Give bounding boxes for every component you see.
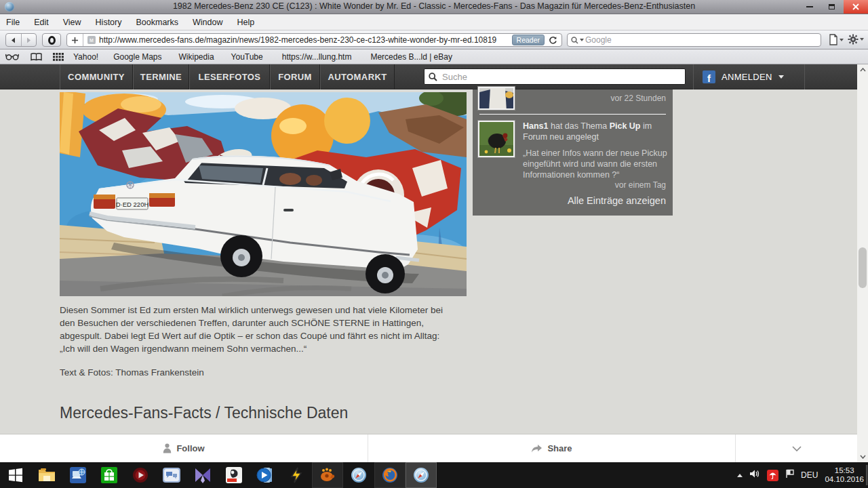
chevron-down-icon [792,446,802,451]
show-all-entries-link[interactable]: Alle Einträge anzeigen [568,195,666,206]
scroll-up-button[interactable] [857,64,868,75]
bookmarks-button[interactable] [31,53,42,61]
xnview-icon[interactable] [312,462,343,488]
post-timestamp: vor einem Tag [615,180,666,190]
windows-media-player-icon[interactable] [250,462,281,488]
post-topic-link[interactable]: Pick Up [610,121,641,131]
avatar[interactable] [478,121,515,157]
close-icon [852,3,859,10]
language-indicator[interactable]: DEU [801,470,818,480]
section-heading: Mercedes-Fans-Facts / Technische Daten [60,404,348,422]
window-titlebar: 1982 Mercedes-Benz 230 CE (C123) : White… [0,0,868,14]
nav-tab-termine[interactable]: TERMINE [133,64,189,89]
post-timestamp: vor 22 Stunden [611,94,666,103]
remote-desktop-icon[interactable] [62,462,94,488]
gear-icon [848,34,859,45]
reload-button[interactable] [549,36,557,45]
restore-button[interactable] [822,0,841,14]
reading-list-button[interactable] [5,53,19,60]
article-photo: D·ED 220H [60,92,467,296]
nav-tab-leserfotos[interactable]: LESERFOTOS [189,64,270,89]
messaging-app-icon[interactable] [156,462,187,488]
kmplayer-icon[interactable] [187,462,218,488]
safari-icon[interactable] [343,462,374,488]
vertical-scrollbar[interactable] [857,64,868,462]
action-center-flag-icon[interactable] [785,469,794,481]
reload-icon [549,36,557,45]
person-icon [163,443,172,453]
firefox-icon[interactable] [374,462,406,488]
collapse-bar-button[interactable] [736,434,857,462]
clock-time: 15:53 [825,466,864,475]
post-quote: „Hat einer Infos wann der neue Pickup ei… [523,148,668,180]
hidden-icons-button[interactable] [737,474,743,477]
settings-button[interactable] [848,34,864,45]
minimize-button[interactable] [800,0,819,14]
menu-bookmarks[interactable]: Bookmarks [136,18,178,27]
avatar[interactable] [478,87,515,110]
post-author[interactable]: Hans1 [523,121,549,131]
volume-icon[interactable] [749,469,760,481]
url-text[interactable]: http://www.mercedes-fans.de/magazin/news… [99,35,512,45]
site-favicon: M [87,36,96,44]
address-bar[interactable]: M http://www.mercedes-fans.de/magazin/ne… [66,33,562,47]
forward-button[interactable] [22,34,37,46]
start-button[interactable] [0,462,31,488]
menu-file[interactable]: File [6,18,20,27]
media-player-red-icon[interactable] [125,462,156,488]
bookmark-google-maps[interactable]: Google Maps [113,52,161,62]
window-title: 1982 Mercedes-Benz 230 CE (C123) : White… [0,1,868,11]
bookmark-wikipedia[interactable]: Wikipedia [179,52,214,62]
scroll-down-button[interactable] [857,451,868,462]
menu-help[interactable]: Help [237,18,254,27]
site-search-box[interactable] [424,68,686,85]
reader-button[interactable]: Reader [512,35,545,45]
bookmark-misc[interactable]: https://w...llung.htm [282,52,352,62]
open-book-icon [31,53,42,61]
nav-tab-automarkt[interactable]: AUTOMARKT [320,64,395,89]
menu-view[interactable]: View [63,18,81,27]
desktop: 1982 Mercedes-Benz 230 CE (C123) : White… [0,0,868,488]
windows-store-icon[interactable] [94,462,125,488]
back-button[interactable] [6,34,21,46]
forum-activity-box: vor 22 Stunden Hans1 hat das Thema Pick … [473,89,673,216]
nav-tab-community[interactable]: COMMUNITY [60,64,133,89]
safari-active-icon[interactable] [406,462,437,488]
login-label: ANMELDEN [722,72,772,82]
avira-antivirus-icon[interactable] [767,470,778,481]
scrollbar-thumb[interactable] [859,247,867,288]
site-search-input[interactable] [441,71,685,83]
page-content: D·ED 220H vor 22 Stunden [0,89,857,462]
share-page-button[interactable] [829,34,844,45]
menu-edit[interactable]: Edit [34,18,49,27]
windows-taskbar: DEU 15:53 04.10.2016 [0,462,868,488]
share-button[interactable]: Share [368,434,736,462]
top-sites-button[interactable] [42,33,61,47]
history-nav-buttons [5,33,37,47]
bookmark-youtube[interactable]: YouTube [231,52,263,62]
bookmark-ebay[interactable]: Mercedes B...ld | eBay [370,52,452,62]
nav-tab-forum[interactable]: FORUM [270,64,320,89]
browser-search-field[interactable] [567,33,821,47]
browser-search-input[interactable] [584,35,821,45]
new-tab-button[interactable] [67,34,83,46]
file-explorer-icon[interactable] [31,462,62,488]
clock-date: 04.10.2016 [825,475,864,484]
menu-history[interactable]: History [96,18,122,27]
facebook-login[interactable]: f ANMELDEN [703,64,784,89]
top-sites-grid-button[interactable] [53,53,64,61]
article-credit: Text & Fotos: Thomas Frankenstein [60,367,204,378]
browser-toolbar: M http://www.mercedes-fans.de/magazin/ne… [0,30,868,49]
bookmark-yahoo[interactable]: Yahoo! [73,52,98,62]
login-dropdown-icon [778,75,784,79]
close-button[interactable] [844,0,868,14]
grid-icon [53,53,64,61]
taskbar-clock[interactable]: 15:53 04.10.2016 [825,466,864,484]
mercedes-graffiti-photo: D·ED 220H [60,92,467,296]
back-icon [10,37,16,43]
menu-window[interactable]: Window [193,18,222,27]
post-text: Hans1 hat das Thema Pick Up im Forum neu… [523,121,668,142]
winamp-icon[interactable] [281,462,312,488]
movie-editor-icon[interactable] [218,462,250,488]
follow-button[interactable]: Follow [0,434,368,462]
